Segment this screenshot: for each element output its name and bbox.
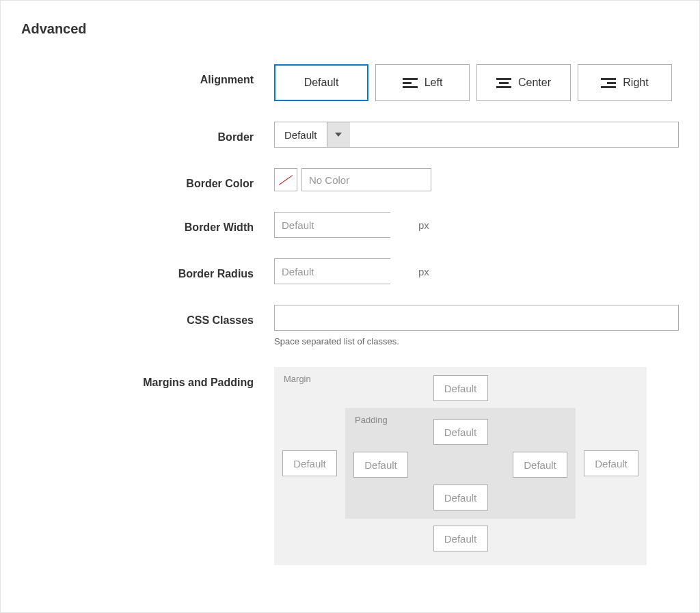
border-radius-input-wrap: px (274, 258, 390, 284)
border-color-label: Border Color (21, 168, 274, 190)
padding-bottom-input[interactable] (433, 485, 488, 510)
css-classes-row: CSS Classes Space separated list of clas… (21, 305, 679, 346)
alignment-row: Alignment Default Left Center Right (21, 64, 679, 101)
margins-padding-label: Margins and Padding (21, 367, 274, 389)
border-radius-unit: px (418, 266, 429, 277)
alignment-group: Default Left Center Right (274, 64, 679, 101)
css-classes-hint: Space separated list of classes. (274, 336, 679, 346)
box-model: Margin Padding (274, 367, 647, 565)
margin-left-input[interactable] (282, 450, 337, 476)
padding-right-input[interactable] (513, 452, 567, 478)
border-color-row: Border Color (21, 168, 679, 191)
align-left-icon (403, 78, 418, 88)
border-width-input[interactable] (275, 213, 418, 237)
advanced-panel: Advanced Alignment Default Left Center R… (0, 0, 700, 613)
chevron-down-icon (335, 133, 342, 137)
border-radius-label: Border Radius (21, 258, 274, 280)
css-classes-input[interactable] (274, 305, 679, 331)
alignment-right-text: Right (623, 77, 648, 89)
margins-padding-row: Margins and Padding Margin Padding (21, 367, 679, 565)
css-classes-label: CSS Classes (21, 305, 274, 327)
padding-center-spacer (416, 452, 504, 478)
alignment-center-button[interactable]: Center (476, 64, 571, 101)
alignment-label: Alignment (21, 64, 274, 86)
margin-title: Margin (284, 374, 311, 384)
align-right-icon (601, 78, 616, 88)
alignment-default-text: Default (304, 77, 339, 89)
padding-left-input[interactable] (353, 452, 408, 478)
border-width-input-wrap: px (274, 212, 390, 238)
alignment-default-button[interactable]: Default (274, 64, 368, 101)
border-radius-input[interactable] (275, 259, 418, 284)
margin-right-input[interactable] (584, 450, 638, 476)
alignment-right-button[interactable]: Right (578, 64, 672, 101)
margin-bottom-input[interactable] (433, 526, 488, 551)
padding-top-input[interactable] (433, 419, 488, 445)
border-select[interactable]: Default (274, 122, 679, 148)
border-select-caret[interactable] (327, 122, 350, 147)
alignment-left-text: Left (425, 77, 443, 89)
border-width-row: Border Width px (21, 212, 679, 238)
alignment-left-button[interactable]: Left (375, 64, 470, 101)
alignment-center-text: Center (518, 77, 551, 89)
padding-title: Padding (355, 415, 388, 425)
border-color-input[interactable] (301, 168, 431, 191)
border-label: Border (21, 122, 274, 144)
border-row: Border Default (21, 122, 679, 148)
border-color-swatch[interactable] (274, 168, 297, 191)
section-title: Advanced (21, 21, 679, 37)
padding-box: Padding (345, 408, 576, 519)
border-radius-row: Border Radius px (21, 258, 679, 284)
border-select-value: Default (275, 122, 327, 147)
margin-top-input[interactable] (433, 375, 488, 401)
align-center-icon (496, 78, 511, 88)
border-width-label: Border Width (21, 212, 274, 234)
border-width-unit: px (418, 219, 429, 231)
